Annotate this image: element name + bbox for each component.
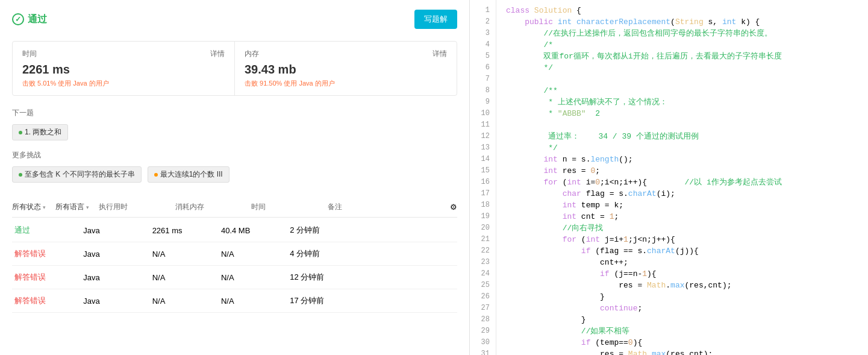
time-value: 2261 ms (22, 63, 225, 77)
line-num-20: 20 (470, 222, 496, 234)
row-3-time: 12 分钟前 (287, 272, 356, 283)
header-row: ✓ 通过 写题解 (12, 10, 457, 29)
line-num-4: 4 (470, 39, 496, 51)
table-row[interactable]: 解答错误 Java N/A N/A 12 分钟前 (12, 266, 457, 289)
time-label: 时间 (22, 49, 37, 59)
exec-time-label: 执行用时 (99, 202, 128, 212)
write-solution-button[interactable]: 写题解 (414, 10, 457, 29)
submissions-section: 所有状态 ▾ 所有语言 ▾ 执行用时 消耗内存 时间 备注 ⚙ 通过 (12, 197, 457, 313)
code-line-22: if (flag == s.charAt(j)){ (506, 245, 868, 257)
challenge-tag-1[interactable]: 至多包含 K 个不同字符的最长子串 (12, 166, 142, 183)
line-num-31: 31 (470, 348, 496, 355)
status-filter[interactable]: 所有状态 ▾ (12, 202, 46, 212)
code-content: class Solution { public int characterRep… (496, 0, 868, 355)
time-stat-header: 时间 详情 (22, 49, 225, 59)
code-line-3: //在执行上述操作后，返回包含相同字母的最长子字符串的长度。 (506, 28, 868, 39)
gear-icon[interactable]: ⚙ (437, 203, 457, 212)
line-num-26: 26 (470, 291, 496, 303)
row-2-mem: N/A (219, 250, 287, 259)
dot-icon (19, 131, 22, 134)
next-problem-label: 下一题 (12, 108, 457, 118)
line-num-18: 18 (470, 199, 496, 211)
row-2-lang: Java (81, 250, 149, 259)
code-line-27: continue; (506, 303, 868, 314)
line-num-24: 24 (470, 268, 496, 280)
filter-row: 所有状态 ▾ 所有语言 ▾ 执行用时 消耗内存 时间 备注 ⚙ (12, 197, 457, 218)
table-row[interactable]: 解答错误 Java N/A N/A 4 分钟前 (12, 242, 457, 266)
code-line-12: 通过率： 34 / 39 个通过的测试用例 (506, 131, 868, 142)
row-1-mem: 40.4 MB (219, 226, 287, 235)
line-num-25: 25 (470, 280, 496, 291)
code-line-29: //如果不相等 (506, 325, 868, 337)
note-col: 备注 (328, 202, 428, 212)
time-stat-box: 时间 详情 2261 ms 击败 5.01% 使用 Java 的用户 (13, 42, 235, 95)
row-3-exec-time: N/A (150, 273, 219, 282)
challenge-tag-1-label: 至多包含 K 个不同字符的最长子串 (25, 169, 135, 180)
line-num-27: 27 (470, 303, 496, 314)
time-sub: 击败 5.01% 使用 Java 的用户 (22, 79, 225, 88)
line-num-15: 15 (470, 165, 496, 177)
line-num-10: 10 (470, 108, 496, 119)
time-detail-link[interactable]: 详情 (210, 49, 225, 59)
pass-badge: ✓ 通过 (12, 13, 47, 26)
code-line-20: //向右寻找 (506, 222, 868, 234)
challenge-tag-2[interactable]: 最大连续1的个数 III (148, 166, 229, 183)
line-num-28: 28 (470, 314, 496, 325)
orange-dot-icon (154, 173, 158, 177)
code-line-17: char flag = s.charAt(i); (506, 188, 868, 199)
lang-chevron-icon: ▾ (86, 204, 89, 210)
code-line-19: int cnt = 1; (506, 211, 868, 222)
code-panel: 1 2 3 4 5 6 7 8 9 10 11 12 13 14 15 16 1… (470, 0, 868, 355)
code-line-2: public int characterReplacement(String s… (506, 16, 868, 28)
code-line-28: } (506, 314, 868, 325)
row-3-mem: N/A (219, 273, 287, 282)
check-icon: ✓ (12, 13, 24, 25)
code-line-26: } (506, 291, 868, 303)
row-3-lang: Java (81, 273, 149, 282)
challenge-tag-2-label: 最大连续1的个数 III (160, 169, 223, 180)
code-line-21: for (int j=i+1;j<n;j++){ (506, 234, 868, 245)
code-line-11 (506, 119, 868, 131)
row-4-lang: Java (81, 297, 149, 306)
time-col: 时间 (251, 202, 318, 212)
exec-time-col: 执行用时 (99, 202, 166, 212)
left-panel: ✓ 通过 写题解 时间 详情 2261 ms 击败 5.01% 使用 Java … (0, 0, 470, 355)
mem-stat-header: 内存 详情 (245, 49, 447, 59)
line-num-17: 17 (470, 188, 496, 199)
row-2-exec-time: N/A (150, 250, 219, 259)
status-filter-label: 所有状态 (12, 202, 41, 212)
next-problem-tag[interactable]: 1. 两数之和 (12, 124, 68, 140)
row-2-time: 4 分钟前 (287, 248, 356, 259)
code-line-31: res = Math.max(res,cnt); (506, 348, 868, 355)
line-num-3: 3 (470, 28, 496, 39)
code-line-14: int n = s.length(); (506, 154, 868, 165)
code-line-24: if (j==n-1){ (506, 268, 868, 280)
code-line-18: int temp = k; (506, 199, 868, 211)
line-num-7: 7 (470, 74, 496, 85)
line-num-22: 22 (470, 245, 496, 257)
line-numbers: 1 2 3 4 5 6 7 8 9 10 11 12 13 14 15 16 1… (470, 0, 496, 355)
row-4-time: 17 分钟前 (287, 295, 356, 306)
row-4-mem: N/A (219, 297, 287, 306)
code-line-6: */ (506, 62, 868, 74)
code-line-23: cnt++; (506, 257, 868, 268)
row-2-status: 解答错误 (12, 248, 81, 259)
line-num-14: 14 (470, 154, 496, 165)
status-chevron-icon: ▾ (43, 204, 46, 210)
line-num-29: 29 (470, 325, 496, 337)
note-col-label: 备注 (328, 202, 342, 212)
more-challenges-label: 更多挑战 (12, 150, 457, 160)
table-row[interactable]: 解答错误 Java N/A N/A 17 分钟前 (12, 289, 457, 313)
code-line-1: class Solution { (506, 5, 868, 16)
table-row[interactable]: 通过 Java 2261 ms 40.4 MB 2 分钟前 (12, 219, 457, 242)
row-1-exec-time: 2261 ms (150, 226, 219, 235)
code-line-5: 双重for循环，每次都从i开始，往后遍历，去看最大的子字符串长度 (506, 51, 868, 62)
green-dot-icon (19, 173, 22, 177)
line-num-13: 13 (470, 142, 496, 154)
mem-stat-box: 内存 详情 39.43 mb 击败 91.50% 使用 Java 的用户 (235, 42, 457, 95)
line-num-5: 5 (470, 51, 496, 62)
mem-detail-link[interactable]: 详情 (432, 49, 447, 59)
lang-filter[interactable]: 所有语言 ▾ (55, 202, 89, 212)
code-line-15: int res = 0; (506, 165, 868, 177)
line-num-9: 9 (470, 96, 496, 108)
